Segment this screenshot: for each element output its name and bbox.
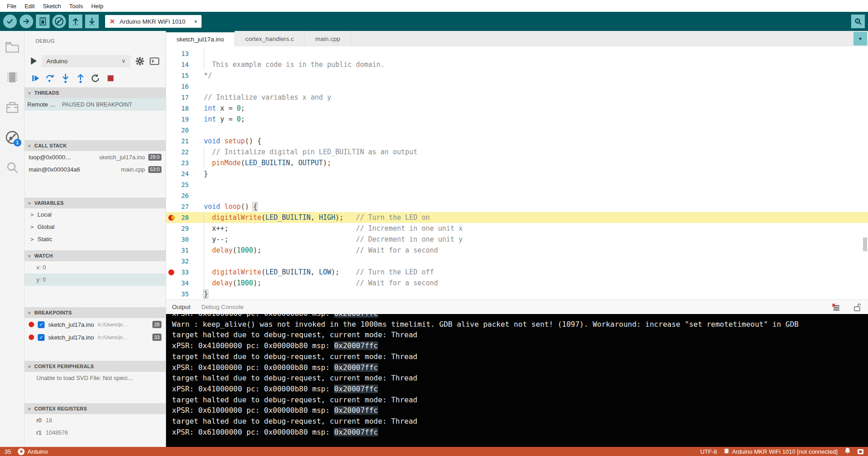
sidebar-item-debug[interactable]: 1 (2, 127, 22, 147)
start-debug-icon[interactable] (31, 57, 37, 65)
gutter-margin[interactable] (166, 147, 177, 157)
tab-dropdown-button[interactable]: ▼ (853, 32, 867, 46)
gutter-margin[interactable] (166, 136, 177, 147)
restart-button[interactable] (91, 74, 100, 83)
tab-cortex_handlers.c[interactable]: cortex_handlers.c (235, 31, 305, 46)
line-number: 33 (177, 267, 189, 278)
variables-group-static[interactable]: >Static (25, 233, 166, 245)
section-header-call-stack[interactable]: ∨ CALL STACK (25, 140, 166, 151)
variables-group-local[interactable]: >Local (25, 208, 166, 221)
breakpoint-icon[interactable] (166, 267, 177, 278)
gutter-margin[interactable] (166, 190, 177, 201)
board-selector[interactable]: ✕ Arduino MKR WiFi 1010 ▾ (105, 15, 202, 28)
upload-button[interactable] (20, 15, 33, 28)
code-text: // Initialize digital pin LED_BUILTIN as… (204, 147, 868, 157)
menu-sketch[interactable]: Sketch (39, 3, 65, 10)
section-header-cortex-peripherals[interactable]: ∨ CORTEX PERIPHERALS (25, 361, 166, 372)
call-stack-frame[interactable]: main@0x000034a6main.cpp53:0 (25, 163, 166, 176)
gear-icon[interactable] (135, 56, 145, 66)
gutter-margin[interactable] (166, 223, 177, 234)
tab-sketch_jul17a.ino[interactable]: sketch_jul17a.ino (166, 31, 235, 46)
gutter-margin[interactable] (166, 92, 177, 103)
section-header-variables[interactable]: ∨ VARIABLES (25, 198, 166, 208)
tab-main.cpp[interactable]: main.cpp (305, 31, 351, 46)
gutter-margin[interactable] (166, 125, 177, 136)
sidebar-item-sketchbook[interactable] (2, 37, 22, 57)
menu-help[interactable]: Help (87, 3, 107, 10)
gutter-spacer (189, 70, 204, 81)
breakpoint-row[interactable]: ✓sketch_jul17a.ino/c:/Users/jo…28 (25, 318, 166, 331)
serial-monitor-button[interactable] (851, 15, 865, 28)
debug-controls (25, 71, 166, 85)
token-pl: ); (253, 279, 356, 287)
menu-tools[interactable]: Tools (65, 3, 87, 10)
gutter-margin[interactable] (166, 70, 177, 81)
section-header-watch[interactable]: ∨ WATCH (25, 250, 166, 261)
gutter-margin[interactable] (166, 201, 177, 212)
token-num: 0 (237, 115, 241, 123)
debug-profile-select[interactable]: Arduino ∨ (42, 55, 130, 67)
step-over-button[interactable] (45, 74, 55, 83)
tab-debug-console[interactable]: Debug Console (202, 304, 244, 310)
export-button[interactable] (69, 15, 82, 28)
code-editor[interactable]: 1314 This example code is in the public … (166, 46, 868, 299)
thread-row[interactable]: Remote …PAUSED ON BREAKPOINT (25, 98, 166, 111)
current-line-breakpoint-icon[interactable] (166, 212, 177, 223)
debug-session-row: Arduino ∨ (25, 55, 166, 67)
status-encoding[interactable]: UTF-8 (700, 448, 717, 455)
menu-bar: FileEditSketchToolsHelp (0, 0, 868, 12)
status-debug-session[interactable]: Arduino (18, 448, 48, 455)
console-text: xPSR: 0x61000000 pc: 0x00000b80 msp: (172, 428, 334, 436)
continue-button[interactable] (30, 74, 40, 83)
status-board[interactable]: Arduino MKR WiFi 1010 [not connected] (724, 448, 838, 456)
sidebar-item-search[interactable] (2, 157, 22, 177)
gutter-margin[interactable] (166, 256, 177, 267)
tab-output[interactable]: Output (172, 304, 191, 310)
watch-expression[interactable]: y: 0 (25, 274, 166, 286)
gutter-margin[interactable] (166, 278, 177, 289)
import-button[interactable] (85, 15, 99, 28)
stop-button[interactable] (106, 74, 115, 83)
sidebar-item-boards-manager[interactable] (2, 67, 22, 87)
gutter-margin[interactable] (166, 59, 177, 70)
notifications-bell-button[interactable] (844, 447, 851, 456)
debug-output-console[interactable]: xPSR: 0x61000000 pc: 0x00000b80 msp: 0x2… (166, 314, 868, 447)
debug-console-icon[interactable] (150, 56, 159, 66)
panel-toggle-icon[interactable] (858, 449, 863, 454)
gutter-margin[interactable] (166, 114, 177, 125)
sketch-debug-button[interactable] (36, 15, 50, 28)
section-header-threads[interactable]: ∨ THREADS (25, 87, 166, 98)
register-row[interactable]: r018 (25, 414, 166, 426)
gutter-margin[interactable] (166, 103, 177, 114)
section-header-breakpoints[interactable]: ∨ BREAKPOINTS (25, 307, 166, 318)
gutter-margin[interactable] (166, 168, 177, 179)
gutter-margin[interactable] (166, 289, 177, 299)
menu-file[interactable]: File (3, 3, 20, 10)
section-header-cortex-registers[interactable]: ∨ CORTEX REGISTERS (25, 403, 166, 414)
unlock-scroll-button[interactable] (852, 302, 862, 312)
gutter-margin[interactable] (166, 48, 177, 59)
gutter-margin[interactable] (166, 179, 177, 190)
step-out-button[interactable] (76, 74, 85, 83)
breakpoint-checkbox[interactable]: ✓ (38, 334, 45, 341)
sidebar-item-library-manager[interactable] (2, 97, 22, 117)
gutter-margin[interactable] (166, 234, 177, 245)
token-pl (204, 148, 212, 156)
gutter-margin[interactable] (166, 81, 177, 92)
breakpoint-checkbox[interactable]: ✓ (38, 321, 45, 328)
step-into-button[interactable] (61, 74, 70, 83)
breakpoint-dot-icon (168, 269, 174, 275)
status-line-number[interactable]: 35 (5, 448, 11, 455)
gutter-margin[interactable] (166, 245, 177, 256)
debug-disabled-button[interactable] (52, 15, 66, 28)
gutter-margin[interactable] (166, 157, 177, 168)
clear-output-button[interactable] (831, 302, 841, 312)
verify-button[interactable] (3, 15, 17, 28)
code-line: 13 (166, 48, 868, 59)
register-row[interactable]: r11048576 (25, 426, 166, 439)
menu-edit[interactable]: Edit (20, 3, 39, 10)
watch-expression[interactable]: x: 0 (25, 261, 166, 274)
breakpoint-row[interactable]: ✓sketch_jul17a.ino/c:/Users/jo…33 (25, 331, 166, 344)
call-stack-frame[interactable]: loop@0x0000…sketch_jul17a.ino28:0 (25, 151, 166, 163)
variables-group-global[interactable]: >Global (25, 221, 166, 233)
